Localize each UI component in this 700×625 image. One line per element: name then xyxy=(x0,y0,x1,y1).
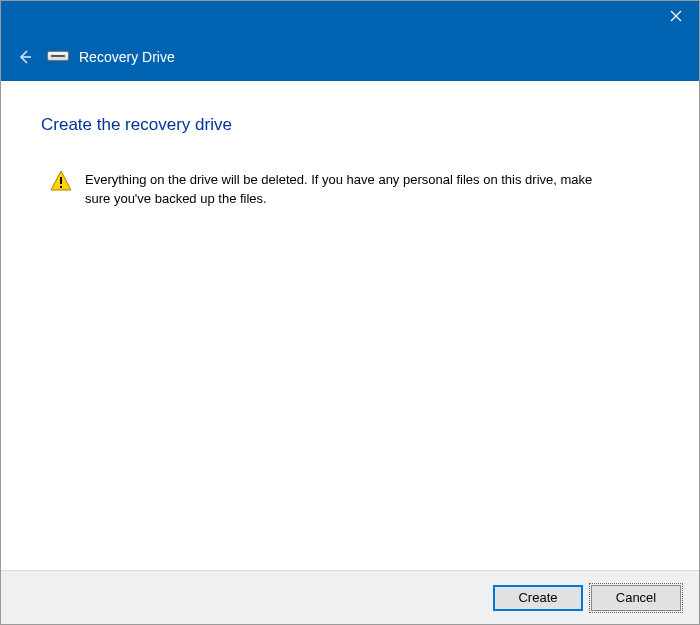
svg-rect-5 xyxy=(60,186,62,188)
warning-message: Everything on the drive will be deleted.… xyxy=(41,171,659,209)
warning-text: Everything on the drive will be deleted.… xyxy=(85,171,619,209)
wizard-window: Recovery Drive Create the recovery drive… xyxy=(0,0,700,625)
close-icon xyxy=(670,10,682,22)
create-button[interactable]: Create xyxy=(493,585,583,611)
titlebar xyxy=(1,1,699,33)
svg-rect-4 xyxy=(60,177,62,184)
drive-icon xyxy=(47,49,69,65)
warning-icon xyxy=(49,169,73,193)
footer-bar: Create Cancel xyxy=(1,570,699,624)
header-title: Recovery Drive xyxy=(79,49,175,65)
content-area: Create the recovery drive Everything on … xyxy=(1,81,699,570)
page-title: Create the recovery drive xyxy=(41,115,659,135)
back-arrow-icon xyxy=(17,49,33,65)
back-button[interactable] xyxy=(13,45,37,69)
close-button[interactable] xyxy=(653,1,699,31)
cancel-button[interactable]: Cancel xyxy=(591,585,681,611)
header-bar: Recovery Drive xyxy=(1,33,699,81)
